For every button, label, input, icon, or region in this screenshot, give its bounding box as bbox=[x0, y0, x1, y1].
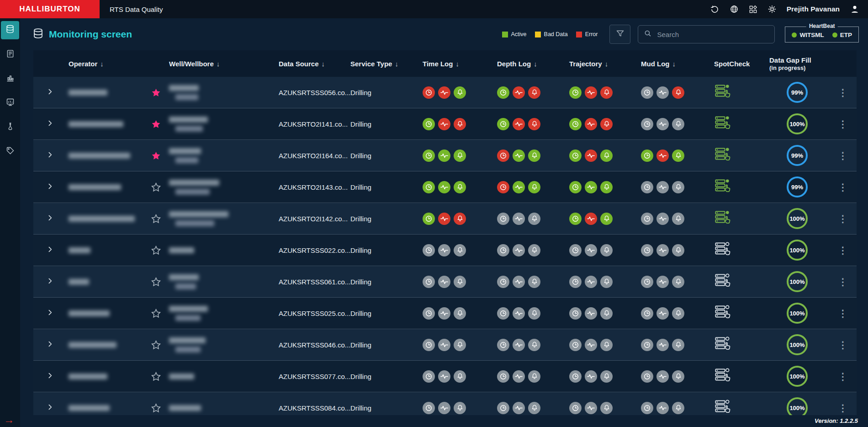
column-header-data-source[interactable]: Data Source↓ bbox=[275, 60, 346, 68]
row-expand-chevron[interactable] bbox=[46, 277, 54, 287]
trajectory-status bbox=[565, 181, 637, 193]
favorite-star-icon[interactable] bbox=[151, 214, 161, 224]
row-menu-icon[interactable]: ⋮ bbox=[838, 309, 848, 318]
spotcheck-icon[interactable] bbox=[714, 178, 730, 194]
depth-log-status bbox=[493, 370, 565, 383]
clock-icon bbox=[641, 86, 653, 99]
spotcheck-icon[interactable] bbox=[714, 209, 730, 226]
bell-icon bbox=[672, 181, 684, 193]
spotcheck-icon[interactable] bbox=[714, 83, 730, 100]
spotcheck-icon[interactable] bbox=[714, 115, 730, 131]
table-row[interactable]: AZUKSRTSSS025.co... Drilling 100% bbox=[33, 298, 857, 329]
table-row[interactable]: AZUKSRTSSS077.co... Drilling 100% bbox=[33, 361, 857, 392]
spotcheck-icon[interactable] bbox=[714, 399, 730, 415]
sidebar-item-report[interactable] bbox=[1, 45, 19, 64]
row-menu-icon[interactable]: ⋮ bbox=[838, 277, 848, 287]
row-expand-chevron[interactable] bbox=[46, 246, 54, 255]
witsml-status-dot bbox=[792, 32, 797, 37]
spotcheck-icon[interactable] bbox=[714, 241, 730, 257]
table-row[interactable]: AZUKSRTO2I164.co... Drilling 99% bbox=[33, 140, 857, 171]
pulse-icon bbox=[585, 339, 597, 351]
row-menu-icon[interactable]: ⋮ bbox=[838, 214, 848, 224]
favorite-star-icon[interactable] bbox=[151, 308, 161, 319]
etp-status-dot bbox=[832, 32, 837, 37]
data-source-value: AZUKSRTSSS061.co... bbox=[275, 278, 346, 286]
column-header-mud-log[interactable]: Mud Log↓ bbox=[637, 60, 710, 68]
table-row[interactable]: AZUKSRTSSS046.co... Drilling 100% bbox=[33, 329, 857, 361]
wellbore-name-redacted bbox=[175, 94, 198, 100]
row-expand-chevron[interactable] bbox=[46, 372, 54, 381]
row-menu-icon[interactable]: ⋮ bbox=[838, 372, 848, 381]
time-log-status bbox=[418, 244, 493, 256]
bell-icon bbox=[672, 370, 684, 383]
column-header-well-wellbore[interactable]: Well/Wellbore↓ bbox=[165, 60, 275, 68]
row-expand-chevron[interactable] bbox=[46, 309, 54, 318]
pulse-icon bbox=[513, 213, 525, 225]
sidebar-item-statistics[interactable] bbox=[1, 69, 19, 88]
user-name[interactable]: Prejith Pavanan bbox=[787, 5, 840, 13]
bell-icon bbox=[528, 370, 540, 383]
search-input[interactable] bbox=[656, 30, 769, 39]
wellbore-name-redacted bbox=[175, 220, 214, 226]
column-header-depth-log[interactable]: Depth Log↓ bbox=[493, 60, 565, 68]
settings-gear-icon[interactable] bbox=[767, 5, 777, 14]
table-row[interactable]: AZUKSRTSSS084.co... Drilling 100% bbox=[33, 392, 857, 415]
favorite-star-icon[interactable] bbox=[151, 119, 161, 129]
favorite-star-icon[interactable] bbox=[151, 150, 161, 161]
sidebar-expand-arrow-icon[interactable]: → bbox=[4, 415, 14, 425]
apps-grid-icon[interactable] bbox=[749, 5, 757, 14]
time-log-status bbox=[418, 339, 493, 351]
column-header-operator[interactable]: Operator↓ bbox=[67, 60, 147, 68]
bell-icon bbox=[600, 402, 613, 414]
favorite-star-icon[interactable] bbox=[151, 403, 161, 413]
sidebar-item-lab[interactable] bbox=[1, 118, 19, 136]
table-row[interactable]: AZUKSRTO2I142.co... Drilling 100% bbox=[33, 203, 857, 235]
row-expand-chevron[interactable] bbox=[46, 403, 54, 413]
row-expand-chevron[interactable] bbox=[46, 214, 54, 224]
row-menu-icon[interactable]: ⋮ bbox=[838, 119, 848, 129]
row-menu-icon[interactable]: ⋮ bbox=[838, 182, 848, 192]
filter-button[interactable] bbox=[609, 25, 630, 44]
table-row[interactable]: AZUKSRTSSS056.co... Drilling 99% bbox=[33, 77, 857, 108]
row-expand-chevron[interactable] bbox=[46, 340, 54, 350]
spotcheck-icon[interactable] bbox=[714, 367, 730, 384]
depth-log-status bbox=[493, 181, 565, 193]
favorite-star-icon[interactable] bbox=[151, 340, 161, 350]
column-header-trajectory[interactable]: Trajectory↓ bbox=[565, 60, 637, 68]
row-menu-icon[interactable]: ⋮ bbox=[838, 88, 848, 97]
row-menu-icon[interactable]: ⋮ bbox=[838, 151, 848, 160]
sidebar-item-tags[interactable] bbox=[1, 142, 19, 160]
favorite-star-icon[interactable] bbox=[151, 245, 161, 256]
row-menu-icon[interactable]: ⋮ bbox=[838, 403, 848, 413]
globe-icon[interactable] bbox=[730, 5, 739, 14]
spotcheck-icon[interactable] bbox=[714, 336, 730, 352]
row-menu-icon[interactable]: ⋮ bbox=[838, 246, 848, 255]
clock-icon bbox=[641, 276, 653, 288]
user-profile-icon[interactable] bbox=[850, 4, 860, 14]
table-row[interactable]: AZUKSRTSSS061.co... Drilling 100% bbox=[33, 266, 857, 298]
column-header-spotcheck: SpotCheck bbox=[710, 60, 765, 68]
favorite-star-icon[interactable] bbox=[151, 182, 161, 192]
depth-log-status bbox=[493, 276, 565, 288]
row-expand-chevron[interactable] bbox=[46, 182, 54, 192]
sidebar-item-monitoring[interactable] bbox=[1, 21, 19, 39]
service-type-value: Drilling bbox=[346, 246, 418, 254]
row-expand-chevron[interactable] bbox=[46, 151, 54, 160]
column-header-time-log[interactable]: Time Log↓ bbox=[418, 60, 493, 68]
sidebar-item-dashboard[interactable] bbox=[1, 94, 19, 112]
row-expand-chevron[interactable] bbox=[46, 88, 54, 97]
spotcheck-icon[interactable] bbox=[714, 304, 730, 320]
column-header-service-type[interactable]: Service Type↓ bbox=[346, 60, 418, 68]
refresh-history-icon[interactable] bbox=[710, 5, 720, 14]
spotcheck-icon[interactable] bbox=[714, 146, 730, 163]
favorite-star-icon[interactable] bbox=[151, 371, 161, 382]
table-row[interactable]: AZUKSRTSSS022.co... Drilling 100% bbox=[33, 235, 857, 266]
table-row[interactable]: AZUKSRTO2I143.co... Drilling 99% bbox=[33, 171, 857, 203]
row-expand-chevron[interactable] bbox=[46, 119, 54, 129]
favorite-star-icon[interactable] bbox=[151, 87, 161, 98]
spotcheck-icon[interactable] bbox=[714, 272, 730, 289]
favorite-star-icon[interactable] bbox=[151, 277, 161, 287]
table-row[interactable]: AZUKSRTO2I141.co... Drilling 100% bbox=[33, 108, 857, 140]
row-menu-icon[interactable]: ⋮ bbox=[838, 340, 848, 350]
mud-log-status bbox=[637, 181, 710, 193]
